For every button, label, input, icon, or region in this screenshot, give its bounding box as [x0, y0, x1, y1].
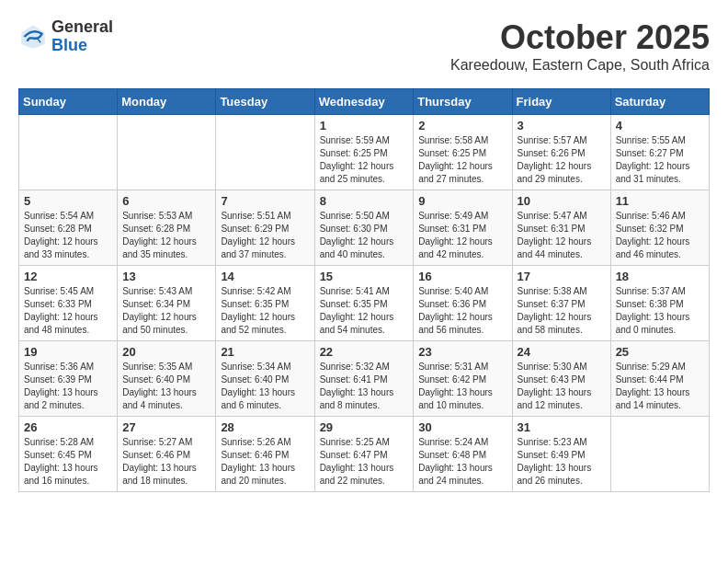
day-info: Sunrise: 5:42 AM Sunset: 6:35 PM Dayligh…: [221, 285, 309, 337]
logo-icon: [18, 22, 48, 52]
day-number: 9: [418, 194, 506, 208]
calendar-cell: 4Sunrise: 5:55 AM Sunset: 6:27 PM Daylig…: [610, 115, 709, 190]
calendar-cell: 2Sunrise: 5:58 AM Sunset: 6:25 PM Daylig…: [414, 115, 512, 190]
calendar-cell: 21Sunrise: 5:34 AM Sunset: 6:40 PM Dayli…: [216, 341, 314, 417]
calendar-cell: 23Sunrise: 5:31 AM Sunset: 6:42 PM Dayli…: [414, 341, 512, 417]
calendar-cell: 27Sunrise: 5:27 AM Sunset: 6:46 PM Dayli…: [118, 417, 216, 492]
calendar-cell: [19, 115, 118, 190]
day-number: 14: [221, 270, 309, 283]
calendar-week-row: 1Sunrise: 5:59 AM Sunset: 6:25 PM Daylig…: [19, 115, 710, 190]
calendar-cell: 18Sunrise: 5:37 AM Sunset: 6:38 PM Dayli…: [610, 266, 709, 341]
logo-general-text: General: [51, 18, 113, 37]
day-number: 3: [518, 119, 606, 132]
calendar-header-tuesday: Tuesday: [216, 89, 314, 115]
day-number: 5: [24, 194, 112, 208]
calendar-week-row: 5Sunrise: 5:54 AM Sunset: 6:28 PM Daylig…: [19, 190, 710, 266]
calendar-cell: 26Sunrise: 5:28 AM Sunset: 6:45 PM Dayli…: [19, 417, 118, 492]
day-info: Sunrise: 5:24 AM Sunset: 6:48 PM Dayligh…: [418, 436, 506, 488]
day-number: 2: [418, 119, 506, 132]
calendar-cell: 25Sunrise: 5:29 AM Sunset: 6:44 PM Dayli…: [610, 341, 709, 417]
calendar-cell: 1Sunrise: 5:59 AM Sunset: 6:25 PM Daylig…: [314, 115, 414, 190]
day-info: Sunrise: 5:38 AM Sunset: 6:37 PM Dayligh…: [518, 285, 606, 337]
location-text: Kareedouw, Eastern Cape, South Africa: [450, 57, 710, 74]
day-info: Sunrise: 5:32 AM Sunset: 6:41 PM Dayligh…: [320, 361, 409, 412]
day-info: Sunrise: 5:51 AM Sunset: 6:29 PM Dayligh…: [221, 210, 309, 261]
calendar-cell: 15Sunrise: 5:41 AM Sunset: 6:35 PM Dayli…: [314, 266, 414, 341]
calendar-cell: 16Sunrise: 5:40 AM Sunset: 6:36 PM Dayli…: [414, 266, 512, 341]
calendar-cell: 19Sunrise: 5:36 AM Sunset: 6:39 PM Dayli…: [19, 341, 118, 417]
calendar-cell: [610, 417, 709, 492]
page-header: General Blue October 2025 Kareedouw, Eas…: [18, 18, 710, 74]
calendar-cell: 6Sunrise: 5:53 AM Sunset: 6:28 PM Daylig…: [118, 190, 216, 266]
day-info: Sunrise: 5:57 AM Sunset: 6:26 PM Dayligh…: [518, 134, 606, 186]
calendar-cell: 7Sunrise: 5:51 AM Sunset: 6:29 PM Daylig…: [216, 190, 314, 266]
day-info: Sunrise: 5:59 AM Sunset: 6:25 PM Dayligh…: [320, 134, 409, 186]
day-number: 18: [616, 270, 704, 283]
day-info: Sunrise: 5:30 AM Sunset: 6:43 PM Dayligh…: [518, 361, 606, 412]
calendar-cell: 20Sunrise: 5:35 AM Sunset: 6:40 PM Dayli…: [118, 341, 216, 417]
logo: General Blue: [18, 18, 113, 55]
calendar-cell: 28Sunrise: 5:26 AM Sunset: 6:46 PM Dayli…: [216, 417, 314, 492]
calendar-cell: 22Sunrise: 5:32 AM Sunset: 6:41 PM Dayli…: [314, 341, 414, 417]
day-info: Sunrise: 5:45 AM Sunset: 6:33 PM Dayligh…: [24, 285, 112, 337]
calendar-week-row: 19Sunrise: 5:36 AM Sunset: 6:39 PM Dayli…: [19, 341, 710, 417]
day-info: Sunrise: 5:49 AM Sunset: 6:31 PM Dayligh…: [418, 210, 506, 261]
calendar-cell: 17Sunrise: 5:38 AM Sunset: 6:37 PM Dayli…: [512, 266, 610, 341]
day-number: 19: [24, 345, 112, 359]
calendar-header-saturday: Saturday: [610, 89, 709, 115]
day-info: Sunrise: 5:40 AM Sunset: 6:36 PM Dayligh…: [418, 285, 506, 337]
calendar-cell: 12Sunrise: 5:45 AM Sunset: 6:33 PM Dayli…: [19, 266, 118, 341]
day-number: 10: [518, 194, 606, 208]
calendar-header-sunday: Sunday: [19, 89, 118, 115]
day-number: 26: [24, 420, 112, 434]
logo-blue-text: Blue: [51, 37, 113, 55]
day-info: Sunrise: 5:43 AM Sunset: 6:34 PM Dayligh…: [122, 285, 210, 337]
day-info: Sunrise: 5:34 AM Sunset: 6:40 PM Dayligh…: [221, 361, 309, 412]
calendar-cell: [118, 115, 216, 190]
day-info: Sunrise: 5:37 AM Sunset: 6:38 PM Dayligh…: [616, 285, 704, 337]
day-info: Sunrise: 5:58 AM Sunset: 6:25 PM Dayligh…: [418, 134, 506, 186]
calendar-header-thursday: Thursday: [414, 89, 512, 115]
calendar-week-row: 12Sunrise: 5:45 AM Sunset: 6:33 PM Dayli…: [19, 266, 710, 341]
day-info: Sunrise: 5:55 AM Sunset: 6:27 PM Dayligh…: [616, 134, 704, 186]
day-info: Sunrise: 5:41 AM Sunset: 6:35 PM Dayligh…: [320, 285, 409, 337]
calendar-cell: 13Sunrise: 5:43 AM Sunset: 6:34 PM Dayli…: [118, 266, 216, 341]
day-info: Sunrise: 5:23 AM Sunset: 6:49 PM Dayligh…: [518, 436, 606, 488]
day-number: 21: [221, 345, 309, 359]
calendar-table: SundayMondayTuesdayWednesdayThursdayFrid…: [18, 88, 710, 492]
calendar-header-monday: Monday: [118, 89, 216, 115]
calendar-cell: 30Sunrise: 5:24 AM Sunset: 6:48 PM Dayli…: [414, 417, 512, 492]
day-info: Sunrise: 5:28 AM Sunset: 6:45 PM Dayligh…: [24, 436, 112, 488]
day-info: Sunrise: 5:36 AM Sunset: 6:39 PM Dayligh…: [24, 361, 112, 412]
day-number: 24: [518, 345, 606, 359]
day-info: Sunrise: 5:54 AM Sunset: 6:28 PM Dayligh…: [24, 210, 112, 261]
day-number: 23: [418, 345, 506, 359]
day-info: Sunrise: 5:46 AM Sunset: 6:32 PM Dayligh…: [616, 210, 704, 261]
day-number: 25: [616, 345, 704, 359]
day-number: 16: [418, 270, 506, 283]
day-info: Sunrise: 5:53 AM Sunset: 6:28 PM Dayligh…: [122, 210, 210, 261]
day-number: 11: [616, 194, 704, 208]
day-info: Sunrise: 5:26 AM Sunset: 6:46 PM Dayligh…: [221, 436, 309, 488]
calendar-week-row: 26Sunrise: 5:28 AM Sunset: 6:45 PM Dayli…: [19, 417, 710, 492]
calendar-cell: 10Sunrise: 5:47 AM Sunset: 6:31 PM Dayli…: [512, 190, 610, 266]
day-info: Sunrise: 5:25 AM Sunset: 6:47 PM Dayligh…: [320, 436, 409, 488]
day-number: 28: [221, 420, 309, 434]
day-number: 22: [320, 345, 409, 359]
day-number: 27: [122, 420, 210, 434]
calendar-header-wednesday: Wednesday: [314, 89, 414, 115]
day-number: 7: [221, 194, 309, 208]
day-number: 6: [122, 194, 210, 208]
day-number: 13: [122, 270, 210, 283]
day-number: 4: [616, 119, 704, 132]
day-number: 1: [320, 119, 409, 132]
day-number: 30: [418, 420, 506, 434]
title-block: October 2025 Kareedouw, Eastern Cape, So…: [450, 18, 710, 74]
calendar-cell: 24Sunrise: 5:30 AM Sunset: 6:43 PM Dayli…: [512, 341, 610, 417]
calendar-cell: 5Sunrise: 5:54 AM Sunset: 6:28 PM Daylig…: [19, 190, 118, 266]
calendar-cell: 11Sunrise: 5:46 AM Sunset: 6:32 PM Dayli…: [610, 190, 709, 266]
day-info: Sunrise: 5:31 AM Sunset: 6:42 PM Dayligh…: [418, 361, 506, 412]
day-info: Sunrise: 5:50 AM Sunset: 6:30 PM Dayligh…: [320, 210, 409, 261]
day-info: Sunrise: 5:35 AM Sunset: 6:40 PM Dayligh…: [122, 361, 210, 412]
calendar-cell: [216, 115, 314, 190]
